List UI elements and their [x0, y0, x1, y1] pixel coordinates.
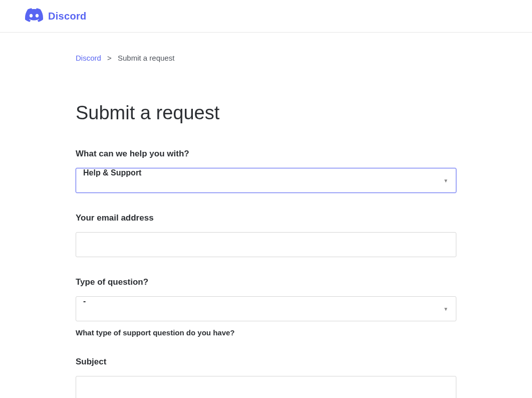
help-with-label: What can we help you with? — [76, 149, 456, 159]
logo-link[interactable]: Discord — [25, 8, 87, 24]
question-type-help-text: What type of support question do you hav… — [76, 328, 456, 337]
help-with-select[interactable]: Help & Support — [76, 168, 456, 193]
subject-group: Subject — [76, 357, 456, 398]
question-type-group: Type of question? - ▼ What type of suppo… — [76, 277, 456, 337]
page-title: Submit a request — [76, 102, 456, 124]
request-form: What can we help you with? Help & Suppor… — [76, 149, 456, 398]
breadcrumb: Discord > Submit a request — [76, 33, 456, 62]
logo-text: Discord — [48, 11, 87, 22]
help-with-group: What can we help you with? Help & Suppor… — [76, 149, 456, 193]
discord-logo-icon — [25, 8, 43, 24]
breadcrumb-current: Submit a request — [118, 54, 174, 62]
email-label: Your email address — [76, 213, 456, 223]
question-type-select[interactable]: - — [76, 296, 456, 321]
email-group: Your email address — [76, 213, 456, 257]
breadcrumb-separator: > — [107, 54, 112, 62]
help-with-select-wrapper: Help & Support ▼ — [76, 168, 456, 193]
subject-field[interactable] — [76, 376, 456, 398]
question-type-select-wrapper: - ▼ — [76, 296, 456, 321]
question-type-label: Type of question? — [76, 277, 456, 287]
email-field[interactable] — [76, 232, 456, 257]
breadcrumb-home-link[interactable]: Discord — [76, 54, 101, 62]
subject-label: Subject — [76, 357, 456, 367]
header: Discord — [0, 0, 532, 33]
